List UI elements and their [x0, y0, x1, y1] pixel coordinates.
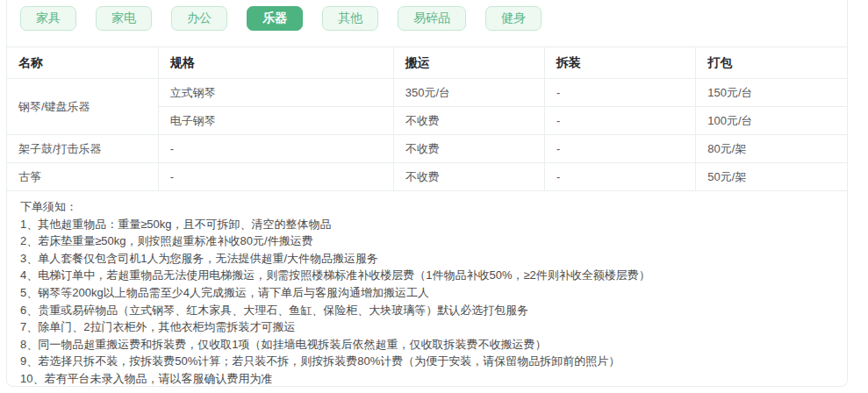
cell-name: 架子鼓/打击乐器 [7, 135, 158, 163]
note-item: 6、贵重或易碎物品（立式钢琴、红木家具、大理石、鱼缸、保险柜、大块玻璃等）默认必… [20, 302, 833, 319]
note-item: 5、钢琴等200kg以上物品需至少4人完成搬运，请下单后与客服沟通增加搬运工人 [20, 284, 833, 302]
notes-title: 下单须知： [20, 198, 833, 216]
header-carry: 搬运 [393, 47, 544, 79]
tab-appliance[interactable]: 家电 [96, 6, 152, 31]
tab-instrument[interactable]: 乐器 [247, 6, 303, 31]
cell-carry: 不收费 [393, 163, 544, 191]
cell-name: 古筝 [7, 163, 158, 191]
note-item: 10、若有平台未录入物品，请以客服确认费用为准 [20, 370, 833, 388]
tab-other[interactable]: 其他 [322, 6, 378, 31]
cell-disassemble: - [544, 135, 695, 163]
note-item: 1、其他超重物品：重量≥50kg，且不可拆卸、清空的整体物品 [20, 216, 833, 233]
pricing-card: 家具 家电 办公 乐器 其他 易碎品 健身 名称 规格 搬运 拆装 打包 钢琴/… [6, 0, 848, 387]
header-spec: 规格 [158, 47, 393, 79]
tab-office[interactable]: 办公 [171, 6, 227, 31]
cell-pack: 50元/架 [696, 163, 847, 191]
note-item: 4、电梯订单中，若超重物品无法使用电梯搬运，则需按照楼梯标准补收楼层费（1件物品… [20, 267, 833, 284]
tab-fragile[interactable]: 易碎品 [398, 6, 466, 31]
table-row: 架子鼓/打击乐器 - 不收费 - 80元/架 [7, 135, 847, 163]
cell-disassemble: - [544, 107, 695, 135]
header-name: 名称 [7, 47, 158, 79]
cell-spec: 电子钢琴 [158, 107, 393, 135]
cell-name: 钢琴/键盘乐器 [7, 79, 158, 135]
note-item: 8、同一物品超重搬运费和拆装费，仅收取1项（如挂墙电视拆装后依然超重，仅收取拆装… [20, 336, 833, 354]
table-header-row: 名称 规格 搬运 拆装 打包 [7, 47, 847, 79]
cell-carry: 不收费 [393, 107, 544, 135]
header-pack: 打包 [696, 47, 847, 79]
note-item: 3、单人套餐仅包含司机1人为您服务，无法提供超重/大件物品搬运服务 [20, 250, 833, 268]
cell-spec: 立式钢琴 [158, 79, 393, 107]
cell-disassemble: - [544, 79, 695, 107]
cell-spec: - [158, 135, 393, 163]
note-item: 7、除单门、2拉门衣柜外，其他衣柜均需拆装才可搬运 [20, 318, 833, 336]
cell-pack: 150元/台 [696, 79, 847, 107]
tab-furniture[interactable]: 家具 [20, 6, 76, 31]
table-row: 古筝 - 不收费 - 50元/架 [7, 163, 847, 191]
note-item: 9、若选择只拆不装，按拆装费50%计算；若只装不拆，则按拆装费80%计费（为便于… [20, 353, 833, 370]
header-disassemble: 拆装 [544, 47, 695, 79]
pricing-table: 名称 规格 搬运 拆装 打包 钢琴/键盘乐器 立式钢琴 350元/台 - 150… [7, 46, 847, 191]
order-notes: 下单须知： 1、其他超重物品：重量≥50kg，且不可拆卸、清空的整体物品 2、若… [7, 191, 847, 388]
note-item: 2、若床垫重量≥50kg，则按照超重标准补收80元/件搬运费 [20, 232, 833, 250]
cell-pack: 100元/台 [696, 107, 847, 135]
cell-spec: - [158, 163, 393, 191]
cell-disassemble: - [544, 163, 695, 191]
cell-pack: 80元/架 [696, 135, 847, 163]
cell-carry: 350元/台 [393, 79, 544, 107]
tab-fitness[interactable]: 健身 [485, 6, 542, 31]
table-row: 钢琴/键盘乐器 立式钢琴 350元/台 - 150元/台 [7, 79, 847, 107]
cell-carry: 不收费 [393, 135, 544, 163]
category-tab-bar: 家具 家电 办公 乐器 其他 易碎品 健身 [20, 6, 847, 31]
